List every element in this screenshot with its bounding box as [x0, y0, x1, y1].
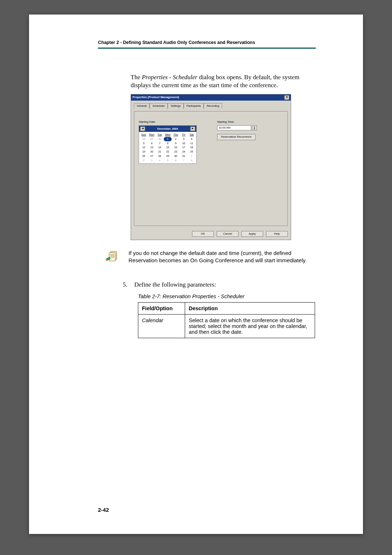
- th-field: Field/Option: [138, 303, 185, 315]
- calendar-day[interactable]: 3: [180, 137, 188, 141]
- calendar-month-title: December, 2004: [157, 127, 178, 131]
- cancel-button[interactable]: Cancel: [217, 231, 238, 237]
- intro-paragraph: The Properties - Scheduler dialog box op…: [131, 73, 316, 90]
- calendar-day[interactable]: 28: [140, 137, 148, 141]
- step-5: 5. Define the following parameters:: [123, 281, 316, 288]
- properties-dialog: Properties (Product Management) ✕ Genera…: [131, 94, 291, 240]
- note-icon: [105, 250, 121, 267]
- tab-scheduler[interactable]: Scheduler: [150, 103, 168, 109]
- calendar-day[interactable]: 3: [148, 158, 156, 163]
- head-rule: [98, 48, 316, 49]
- calendar-day[interactable]: 18: [188, 145, 196, 150]
- calendar-day[interactable]: 4: [156, 158, 164, 163]
- calendar-dow: Thu: [172, 133, 180, 137]
- tab-recording[interactable]: Recording: [204, 103, 222, 109]
- tab-participants[interactable]: Participants: [184, 103, 204, 109]
- ok-button[interactable]: OK: [192, 231, 214, 237]
- calendar-day[interactable]: 4: [188, 137, 196, 141]
- running-head: Chapter 2 - Defining Standard Audio Only…: [98, 40, 316, 45]
- starting-time-label: Starting Time:: [217, 120, 283, 124]
- calendar-day[interactable]: 12: [140, 145, 148, 150]
- calendar-day[interactable]: 22: [164, 150, 172, 154]
- starting-time-input[interactable]: 10:00 AM: [217, 125, 251, 130]
- calendar-widget[interactable]: ◄ December, 2004 ► SunMonTueWedThuFriSat…: [139, 125, 197, 163]
- calendar-day[interactable]: 1: [188, 154, 196, 158]
- calendar-day[interactable]: 6: [148, 141, 156, 146]
- dialog-name: Properties - Scheduler: [142, 74, 197, 81]
- calendar-next-icon[interactable]: ►: [190, 126, 195, 131]
- calendar-day[interactable]: 2: [140, 158, 148, 163]
- calendar-day[interactable]: 5: [164, 158, 172, 163]
- calendar-day[interactable]: 31: [180, 154, 188, 158]
- cell-description: Select a date on which the conference sh…: [185, 315, 315, 338]
- tab-general[interactable]: General: [134, 103, 150, 109]
- calendar-day[interactable]: 7: [180, 158, 188, 163]
- apply-button[interactable]: Apply: [241, 231, 263, 237]
- calendar-day[interactable]: 6: [172, 158, 180, 163]
- calendar-day[interactable]: 8: [188, 158, 196, 163]
- table-row: CalendarSelect a date on which the confe…: [138, 315, 315, 338]
- spinner-down-icon[interactable]: ▼: [252, 128, 257, 130]
- document-page: Chapter 2 - Defining Standard Audio Only…: [29, 15, 363, 534]
- calendar-day[interactable]: 14: [156, 145, 164, 150]
- calendar-day[interactable]: 15: [164, 145, 172, 150]
- calendar-dow: Wed: [164, 133, 172, 137]
- scheduler-panel: Starting Date ◄ December, 2004 ► SunMonT…: [134, 111, 288, 226]
- intro-pre: The: [131, 74, 142, 81]
- calendar-day[interactable]: 7: [156, 141, 164, 146]
- th-description: Description: [185, 303, 315, 315]
- dialog-titlebar: Properties (Product Management) ✕: [131, 94, 291, 101]
- calendar-day[interactable]: 11: [188, 141, 196, 146]
- calendar-day[interactable]: 29: [148, 137, 156, 141]
- calendar-day[interactable]: 20: [148, 150, 156, 154]
- step-text: Define the following parameters:: [134, 281, 216, 288]
- calendar-day[interactable]: 25: [188, 150, 196, 154]
- reservation-recurrence-button[interactable]: Reservation Recurrence: [217, 134, 256, 140]
- page-number: 2-42: [98, 507, 109, 513]
- calendar-dow: Mon: [148, 133, 156, 137]
- calendar-day[interactable]: 1: [164, 137, 172, 141]
- table-caption: Table 2-7: Reservation Properties - Sche…: [138, 293, 363, 299]
- calendar-dow: Tue: [156, 133, 164, 137]
- calendar-day[interactable]: 30: [156, 137, 164, 141]
- calendar-day[interactable]: 16: [172, 145, 180, 150]
- note-block: If you do not change the default date an…: [105, 250, 316, 267]
- calendar-day[interactable]: 23: [172, 150, 180, 154]
- cell-field: Calendar: [138, 315, 185, 338]
- calendar-day[interactable]: 10: [180, 141, 188, 146]
- time-spinner[interactable]: ▲ ▼: [252, 125, 257, 130]
- note-text: If you do not change the default date an…: [128, 250, 316, 264]
- dialog-tabs: General Scheduler Settings Participants …: [134, 103, 288, 108]
- close-icon[interactable]: ✕: [284, 95, 289, 100]
- help-button[interactable]: Help: [266, 231, 288, 237]
- tab-settings[interactable]: Settings: [168, 103, 183, 109]
- calendar-prev-icon[interactable]: ◄: [140, 126, 145, 131]
- calendar-day[interactable]: 30: [172, 154, 180, 158]
- calendar-day[interactable]: 24: [180, 150, 188, 154]
- calendar-day[interactable]: 17: [180, 145, 188, 150]
- starting-date-label: Starting Date: [139, 120, 200, 124]
- calendar-day[interactable]: 8: [164, 141, 172, 146]
- calendar-day[interactable]: 5: [140, 141, 148, 146]
- svg-rect-1: [109, 253, 116, 261]
- calendar-day[interactable]: 28: [156, 154, 164, 158]
- params-table: Field/Option Description CalendarSelect …: [138, 302, 315, 338]
- calendar-dow: Sat: [188, 133, 196, 137]
- calendar-day[interactable]: 9: [172, 141, 180, 146]
- calendar-day[interactable]: 29: [164, 154, 172, 158]
- calendar-day[interactable]: 19: [140, 150, 148, 154]
- calendar-day[interactable]: 27: [148, 154, 156, 158]
- calendar-dow: Sun: [140, 133, 148, 137]
- calendar-day[interactable]: 21: [156, 150, 164, 154]
- calendar-day[interactable]: 26: [140, 154, 148, 158]
- step-number: 5.: [123, 281, 128, 288]
- calendar-day[interactable]: 2: [172, 137, 180, 141]
- calendar-day[interactable]: 13: [148, 145, 156, 150]
- dialog-title: Properties (Product Management): [132, 96, 179, 100]
- calendar-dow: Fri: [180, 133, 188, 137]
